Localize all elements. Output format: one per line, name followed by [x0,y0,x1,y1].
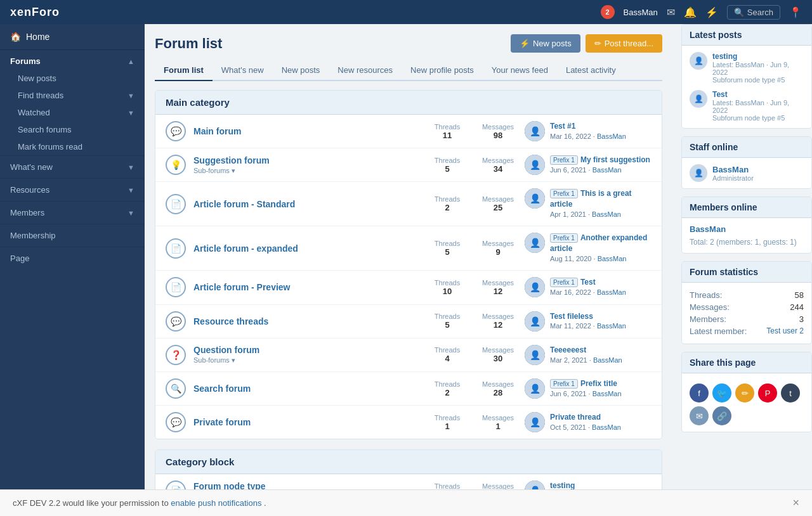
threads-value: 2 [428,388,466,397]
latest-user[interactable]: BassMan [593,390,622,397]
latest-posts-header: Latest posts [682,25,811,46]
stat-latest-member-val[interactable]: Test user 2 [766,326,804,336]
mail-icon[interactable]: ✉ [667,6,675,18]
sidebar-home[interactable]: 🏠 Home [0,24,145,50]
threads-stat: Threads2 [428,380,466,397]
header-buttons: ⚡ New posts ✏ Post thread... [511,34,662,53]
messages-value: 1 [479,422,517,431]
forum-info: Main forum [193,126,421,136]
stat-messages-row: Messages: 244 [690,301,804,313]
tab-forum-list[interactable]: Forum list [155,60,213,81]
forum-stats: Threads4Messages30 [428,346,517,363]
search-button[interactable]: 🔍 Search [727,5,780,20]
latest-user[interactable]: BassMan [593,166,622,174]
forum-name[interactable]: Resource threads [193,316,421,326]
latest-user[interactable]: BassMan [597,132,626,140]
tab-new-posts[interactable]: New posts [273,60,329,81]
prefix-badge: Prefix 1 [550,379,578,389]
latest-thread-title[interactable]: Test fileless [550,312,593,321]
threads-label: Threads [428,157,466,164]
avatar: 👤 [525,155,545,175]
forum-icon: 💡 [166,155,186,175]
latest-title-row: Prefix 1Another expanded article [550,233,652,254]
forum-name[interactable]: Search forum [193,384,421,394]
share-tumblr-button[interactable]: t [781,384,800,403]
post-thread-button[interactable]: ✏ Post thread... [586,34,662,53]
logo[interactable]: xenForo [10,6,60,19]
sidebar-forums-header[interactable]: Forums ▲ [0,50,145,70]
forum-name[interactable]: Question forum [193,345,421,355]
lightning-icon[interactable]: ⚡ [705,6,718,18]
messages-value: 30 [479,354,517,363]
latest-thread-title[interactable]: Prefix title [580,379,617,388]
stat-latest-member-row: Latest member: Test user 2 [690,325,804,337]
share-twitter-button[interactable]: 🐦 [712,384,731,403]
sidebar-item-mark-forums-read[interactable]: Mark forums read [0,138,145,155]
username[interactable]: BassMan [624,8,658,17]
latest-post-item: 👤 testing Latest: BassMan · Jun 9, 2022 … [690,52,804,84]
forum-name[interactable]: Article forum - expanded [193,243,421,254]
latest-thread-title[interactable]: Test #1 [550,122,575,131]
staff-avatar: 👤 [690,164,707,182]
sidebar-item-watched[interactable]: Watched ▼ [0,104,145,121]
latest-user[interactable]: BassMan [597,322,626,330]
stat-members-row: Members: 3 [690,313,804,325]
latest-info: Test filelessMar 11, 2022 · BassMan [550,311,626,332]
latest-user[interactable]: BassMan [592,210,621,218]
forum-subforum[interactable]: Sub-forums ▾ [193,356,421,364]
sidebar-whats-new[interactable]: What's new ▼ [0,155,145,178]
forum-name[interactable]: Private forum [193,417,421,427]
members-online-name[interactable]: BassMan [690,224,804,234]
tab-whats-new[interactable]: What's new [213,60,273,81]
forum-statistics-header: Forum statistics [682,262,811,283]
new-posts-button[interactable]: ⚡ New posts [511,34,580,53]
forum-row: 💬Private forumThreads1Messages1👤Private … [155,406,662,439]
latest-user[interactable]: BassMan [598,255,627,262]
page-header: Forum list ⚡ New posts ✏ Post thread... [155,34,662,53]
forum-name[interactable]: Article forum - Preview [193,282,421,292]
latest-user[interactable]: BassMan [597,288,626,296]
sidebar-item-search-forums[interactable]: Search forums [0,121,145,138]
share-link-button[interactable]: 🔗 [712,406,731,425]
sidebar-membership[interactable]: Membership [0,224,145,247]
threads-label: Threads [428,240,466,247]
location-icon[interactable]: 📍 [789,6,802,18]
tab-latest-activity[interactable]: Latest activity [557,60,625,81]
bell-icon[interactable]: 🔔 [684,6,697,18]
sidebar-item-new-posts[interactable]: New posts [0,70,145,87]
latest-info: Prefix 1My first suggestionJun 6, 2021 ·… [550,155,650,175]
notification-link[interactable]: enable push notifications [171,498,261,508]
share-mail-button[interactable]: ✉ [690,406,709,425]
forum-name[interactable]: Article forum - Standard [193,199,421,209]
staff-name[interactable]: BassMan [712,165,754,174]
messages-label: Messages [479,414,517,422]
forum-subforum[interactable]: Sub-forums ▾ [193,167,421,175]
latest-post-title[interactable]: Test [712,90,804,99]
sidebar-resources[interactable]: Resources ▼ [0,178,145,201]
notification-close-icon[interactable]: × [792,496,799,510]
latest-user[interactable]: BassMan [592,423,621,431]
latest-thread-title[interactable]: Test [580,278,596,287]
latest-thread-title[interactable]: Teeeeeest [550,345,586,354]
tab-your-news-feed[interactable]: Your news feed [483,60,557,81]
latest-post-title[interactable]: testing [712,52,804,61]
tab-new-resources[interactable]: New resources [329,60,402,81]
forum-name[interactable]: Suggestion forum [193,155,421,165]
forum-name[interactable]: Main forum [193,126,421,136]
forum-statistics-widget: Forum statistics Threads: 58 Messages: 2… [681,261,812,344]
share-pinterest-button[interactable]: P [758,384,777,403]
share-facebook-button[interactable]: f [690,384,709,403]
tab-new-profile-posts[interactable]: New profile posts [402,60,483,81]
latest-user[interactable]: BassMan [593,356,622,364]
share-edit-button[interactable]: ✏ [735,384,754,403]
avatar-img: 👤 [525,345,545,365]
threads-label: Threads [428,279,466,287]
latest-thread-title[interactable]: My first suggestion [580,155,650,164]
sidebar-item-find-threads[interactable]: Find threads ▼ [0,87,145,104]
sidebar-page[interactable]: Page [0,247,145,269]
latest-post-meta: Latest: BassMan · Jun 9, 2022 [712,61,804,76]
members-online-widget: Members online BassMan Total: 2 (members… [681,197,812,254]
threads-value: 5 [428,164,466,174]
sidebar-members[interactable]: Members ▼ [0,201,145,224]
latest-thread-title[interactable]: Private thread [550,413,601,422]
